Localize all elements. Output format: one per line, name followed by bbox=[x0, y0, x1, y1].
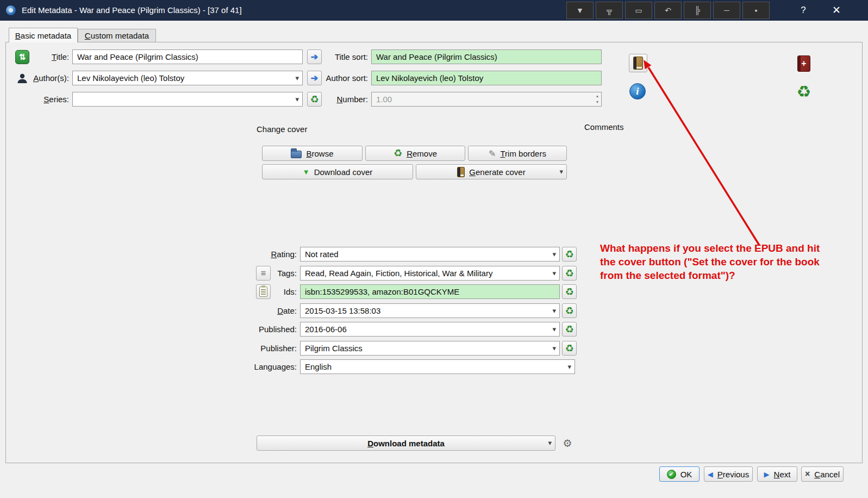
right-arrow-icon: ▶ bbox=[764, 470, 770, 478]
plug-icon: ╦ bbox=[607, 6, 612, 15]
title-sort-label: Title sort: bbox=[326, 49, 368, 64]
download-arrow-icon: ▼ bbox=[303, 168, 310, 176]
book-icon bbox=[457, 167, 465, 177]
ids-input[interactable]: isbn:1535299533, amazon:B01GQCKYME bbox=[300, 284, 560, 299]
recycle-icon: ♻ bbox=[394, 148, 402, 158]
auto-title-sort-button[interactable]: ➔ bbox=[307, 49, 322, 64]
format-metadata-info-button[interactable]: i bbox=[628, 82, 647, 101]
recycle-icon: ♻ bbox=[565, 306, 573, 316]
tab-basic-metadata[interactable]: Basic metadata bbox=[9, 28, 78, 42]
recycle-icon: ♻ bbox=[565, 287, 573, 297]
titlebar-tool-button-2[interactable]: ╦ bbox=[596, 2, 623, 19]
previous-button[interactable]: ◀ Previous bbox=[704, 466, 753, 482]
clear-published-button[interactable]: ♻ bbox=[562, 322, 577, 337]
clear-series-button[interactable]: ♻ bbox=[307, 92, 322, 107]
remove-cover-button[interactable]: ♻ Remove bbox=[365, 146, 465, 161]
add-book-icon: + bbox=[797, 55, 810, 72]
comments-label: Comments bbox=[584, 122, 624, 133]
pencil-icon: ✎ bbox=[489, 148, 496, 159]
recycle-icon: ♻ bbox=[797, 84, 811, 100]
calibre-logo-icon bbox=[5, 5, 16, 16]
recycle-icon: ♻ bbox=[565, 269, 573, 278]
recycle-icon: ♻ bbox=[310, 95, 319, 104]
edit-metadata-dialog: Edit Metadata - War and Peace (Pilgrim C… bbox=[0, 0, 868, 498]
title-sort-input[interactable]: War and Peace (Pilgrim Classics) bbox=[371, 49, 602, 64]
authors-combo[interactable]: Lev Nikolayevich (leo) Tolstoy bbox=[72, 71, 303, 85]
titlebar-tool-button-6[interactable]: ─ bbox=[713, 2, 740, 19]
configure-metadata-download-button[interactable]: ⚙ bbox=[560, 435, 575, 451]
series-label: Series: bbox=[30, 92, 69, 107]
recycle-icon: ♻ bbox=[565, 344, 573, 353]
download-metadata-button[interactable]: Download metadata bbox=[257, 435, 555, 451]
ok-button[interactable]: ✔ OK bbox=[659, 466, 700, 482]
title-label: Title: bbox=[30, 49, 69, 64]
auto-author-sort-button[interactable]: ➔ bbox=[307, 71, 322, 85]
date-label: Date: bbox=[223, 303, 297, 318]
browse-cover-button[interactable]: Browse bbox=[262, 146, 363, 161]
generate-cover-button[interactable]: Generate cover bbox=[416, 164, 567, 179]
arrow-right-icon: ➔ bbox=[311, 74, 318, 83]
change-cover-label: Change cover bbox=[257, 124, 307, 135]
tab-custom-metadata[interactable]: Custom metadata bbox=[78, 29, 156, 42]
trim-borders-button[interactable]: ✎ Trim borders bbox=[468, 146, 567, 161]
chevron-box-icon: ▼ bbox=[576, 6, 584, 15]
book-cover-icon bbox=[633, 57, 643, 70]
clear-rating-button[interactable]: ♻ bbox=[562, 247, 577, 262]
titlebar-tool-button-4[interactable]: ↶ bbox=[654, 2, 682, 19]
folder-icon bbox=[291, 151, 302, 158]
clear-date-button[interactable]: ♻ bbox=[562, 303, 577, 318]
annotation-note: What happens if you select the EPUB and … bbox=[600, 241, 832, 282]
gear-icon: ⚙ bbox=[563, 437, 572, 450]
recycle-icon: ♻ bbox=[565, 325, 573, 334]
clear-tags-button[interactable]: ♻ bbox=[562, 266, 577, 281]
help-button[interactable]: ? bbox=[791, 0, 816, 21]
info-icon: i bbox=[629, 83, 646, 99]
left-arrow-icon: ◀ bbox=[708, 470, 713, 478]
window-title: Edit Metadata - War and Peace (Pilgrim C… bbox=[22, 0, 242, 21]
titlebar-tool-button-3[interactable]: ▭ bbox=[625, 2, 652, 19]
download-cover-button[interactable]: ▼ Download cover bbox=[262, 164, 413, 179]
remove-format-button[interactable]: ♻ bbox=[794, 82, 814, 102]
clear-publisher-button[interactable]: ♻ bbox=[562, 341, 577, 356]
title-input[interactable]: War and Peace (Pilgrim Classics) bbox=[72, 49, 303, 64]
arrow-right-icon: ➔ bbox=[311, 53, 318, 61]
close-button[interactable]: ✕ bbox=[820, 0, 853, 21]
swap-icon: ⇅ bbox=[15, 50, 29, 64]
authors-label: Author(s): bbox=[22, 71, 69, 85]
recycle-icon: ♻ bbox=[565, 250, 573, 259]
set-cover-from-format-button[interactable] bbox=[629, 54, 647, 72]
tags-combo[interactable]: Read, Read Again, Fiction, Historical, W… bbox=[300, 266, 560, 281]
series-number-spinner[interactable]: 1.00 bbox=[371, 92, 602, 107]
published-label: Published: bbox=[223, 322, 297, 337]
cancel-button[interactable]: × Cancel bbox=[801, 466, 844, 482]
author-sort-input[interactable]: Lev Nikolayevich (leo) Tolstoy bbox=[371, 71, 602, 85]
x-icon: × bbox=[805, 469, 810, 479]
dash-icon: ─ bbox=[724, 6, 729, 15]
ids-label: Ids: bbox=[223, 284, 297, 299]
undo-arc-icon: ↶ bbox=[665, 6, 671, 15]
publisher-combo[interactable]: Pilgrim Classics bbox=[300, 341, 560, 356]
series-combo[interactable] bbox=[72, 92, 303, 107]
next-button[interactable]: ▶ Next bbox=[757, 466, 797, 482]
languages-label: Languages: bbox=[223, 359, 297, 374]
titlebar-tool-button-1[interactable]: ▼ bbox=[566, 2, 594, 19]
connector-icon: ╠ bbox=[695, 6, 700, 15]
publisher-label: Publisher: bbox=[223, 341, 297, 356]
languages-combo[interactable]: English bbox=[300, 359, 575, 374]
check-icon: ✔ bbox=[667, 470, 676, 479]
titlebar: Edit Metadata - War and Peace (Pilgrim C… bbox=[0, 0, 868, 21]
window-bar-icon: ▭ bbox=[635, 6, 642, 15]
number-label: Number: bbox=[326, 92, 368, 107]
author-sort-label: Author sort: bbox=[324, 71, 368, 85]
swap-title-author-button[interactable]: ⇅ bbox=[15, 50, 29, 64]
published-combo[interactable]: 2016-06-06 bbox=[300, 322, 560, 337]
titlebar-tool-button-5[interactable]: ╠ bbox=[684, 2, 711, 19]
add-format-button[interactable]: + bbox=[794, 53, 814, 74]
tags-label: Tags: bbox=[223, 266, 297, 281]
rating-combo[interactable]: Not rated bbox=[300, 247, 560, 262]
rating-label: Rating: bbox=[223, 247, 297, 262]
clear-ids-button[interactable]: ♻ bbox=[562, 284, 577, 299]
small-box-icon: ▪ bbox=[755, 6, 758, 15]
date-combo[interactable]: 2015-03-15 13:58:03 bbox=[300, 303, 560, 318]
titlebar-tool-button-7[interactable]: ▪ bbox=[742, 2, 770, 19]
